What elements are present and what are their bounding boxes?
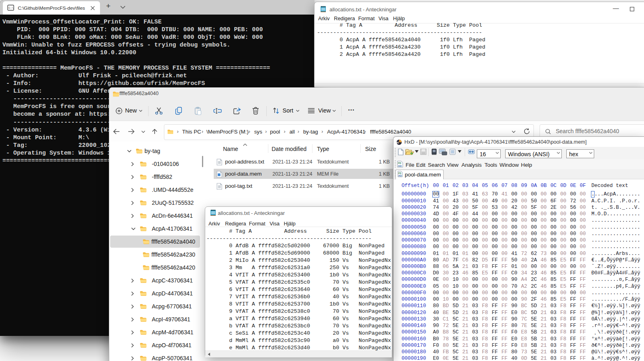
svg-text:AO: AO [398, 165, 402, 167]
svg-text:C:\: C:\ [9, 6, 14, 10]
svg-text:AO: AO [398, 174, 402, 177]
svg-text:FD: FD [398, 162, 402, 164]
svg-text:H: H [396, 141, 399, 144]
